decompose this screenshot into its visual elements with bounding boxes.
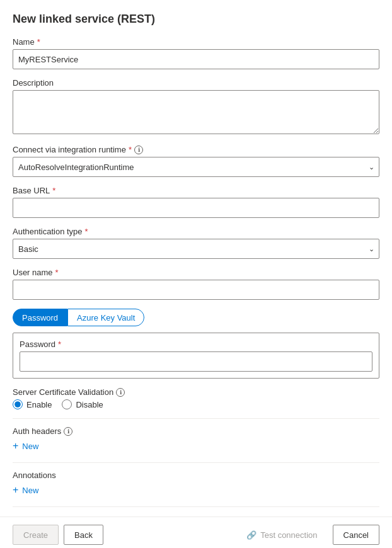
test-connection-icon: 🔗: [246, 530, 257, 540]
name-required: *: [37, 37, 40, 47]
runtime-select-wrapper: AutoResolveIntegrationRuntime ⌄: [13, 157, 379, 177]
auth-type-required: *: [85, 227, 88, 236]
name-field-group: Name *: [13, 37, 379, 69]
user-name-label: User name *: [13, 268, 379, 277]
password-tab-toggle: Password Azure Key Vault: [13, 309, 379, 326]
runtime-label: Connect via integration runtime * ℹ: [13, 145, 379, 154]
password-section: Password Azure Key Vault Password *: [13, 309, 379, 379]
azure-key-vault-tab-button[interactable]: Azure Key Vault: [67, 309, 144, 326]
name-input[interactable]: [13, 49, 379, 69]
divider-3: [13, 506, 379, 507]
auth-headers-plus-icon: +: [13, 441, 18, 451]
enable-radio-input[interactable]: [13, 399, 23, 409]
server-cert-radio-group: Enable Disable: [13, 399, 379, 409]
user-name-field-group: User name *: [13, 268, 379, 300]
base-url-input[interactable]: [13, 198, 379, 218]
auth-headers-add-button[interactable]: + New: [13, 438, 38, 454]
footer: Create Back 🔗 Test connection Cancel: [0, 517, 392, 548]
divider-1: [13, 418, 379, 419]
runtime-required: *: [129, 145, 132, 154]
divider-2: [13, 462, 379, 463]
page-title: New linked service (REST): [13, 13, 379, 26]
password-tab-button[interactable]: Password: [13, 309, 67, 326]
name-label: Name *: [13, 37, 379, 47]
enable-radio-label[interactable]: Enable: [13, 399, 52, 409]
description-field-group: Description: [13, 78, 379, 136]
description-input[interactable]: [13, 90, 379, 134]
auth-headers-field-group: Auth headers ℹ + New: [13, 426, 379, 454]
auth-type-field-group: Authentication type * Basic Anonymous Wi…: [13, 227, 379, 259]
disable-radio-input[interactable]: [62, 399, 72, 409]
auth-headers-info-icon[interactable]: ℹ: [64, 427, 72, 436]
auth-type-select-wrapper: Basic Anonymous Windows MSI Service Prin…: [13, 239, 379, 259]
user-name-input[interactable]: [13, 280, 379, 300]
runtime-field-group: Connect via integration runtime * ℹ Auto…: [13, 145, 379, 177]
base-url-label: Base URL *: [13, 186, 379, 195]
password-box: Password *: [13, 333, 379, 379]
server-cert-field-group: Server Certificate Validation ℹ Enable D…: [13, 387, 379, 409]
back-button[interactable]: Back: [64, 525, 103, 545]
test-connection-button[interactable]: 🔗 Test connection: [236, 525, 327, 545]
annotations-plus-icon: +: [13, 485, 18, 495]
password-field-label: Password *: [20, 340, 372, 349]
disable-radio-label[interactable]: Disable: [62, 399, 103, 409]
annotations-add-button[interactable]: + New: [13, 482, 38, 498]
runtime-select[interactable]: AutoResolveIntegrationRuntime: [13, 157, 379, 177]
base-url-required: *: [52, 186, 55, 195]
password-input[interactable]: [20, 351, 372, 372]
create-button[interactable]: Create: [13, 525, 59, 545]
annotations-label: Annotations: [13, 471, 379, 480]
runtime-info-icon[interactable]: ℹ: [134, 146, 143, 154]
server-cert-info-icon[interactable]: ℹ: [116, 388, 125, 397]
base-url-field-group: Base URL *: [13, 186, 379, 218]
user-name-required: *: [55, 268, 59, 277]
description-label: Description: [13, 78, 379, 88]
annotations-field-group: Annotations + New: [13, 471, 379, 498]
password-required: *: [58, 340, 61, 349]
cancel-button[interactable]: Cancel: [333, 525, 379, 545]
server-cert-label: Server Certificate Validation ℹ: [13, 387, 379, 397]
auth-headers-label: Auth headers ℹ: [13, 426, 379, 436]
auth-type-select[interactable]: Basic Anonymous Windows MSI Service Prin…: [13, 239, 379, 259]
auth-type-label: Authentication type *: [13, 227, 379, 236]
